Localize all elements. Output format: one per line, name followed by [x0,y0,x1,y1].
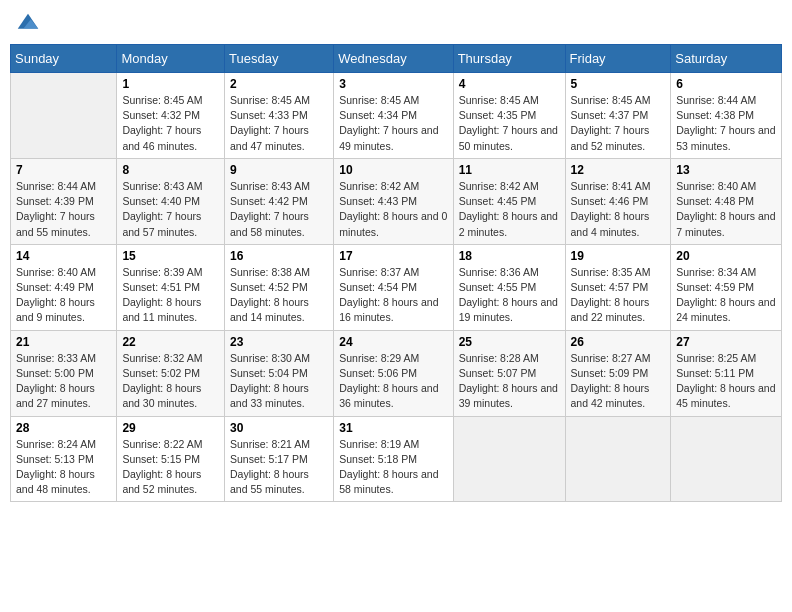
sunrise-label: Sunrise: 8:35 AM [571,266,651,278]
day-number: 23 [230,335,328,349]
sunset-label: Sunset: 5:04 PM [230,367,308,379]
sunrise-label: Sunrise: 8:44 AM [16,180,96,192]
sunset-label: Sunset: 5:18 PM [339,453,417,465]
logo [14,10,44,38]
daylight-label: Daylight: 7 hours and 55 minutes. [16,210,95,237]
calendar-cell: 1 Sunrise: 8:45 AM Sunset: 4:32 PM Dayli… [117,73,225,159]
day-number: 28 [16,421,111,435]
calendar-cell: 5 Sunrise: 8:45 AM Sunset: 4:37 PM Dayli… [565,73,671,159]
cell-info: Sunrise: 8:42 AM Sunset: 4:45 PM Dayligh… [459,179,560,240]
sunset-label: Sunset: 5:09 PM [571,367,649,379]
day-number: 2 [230,77,328,91]
calendar-cell: 15 Sunrise: 8:39 AM Sunset: 4:51 PM Dayl… [117,244,225,330]
day-number: 6 [676,77,776,91]
daylight-label: Daylight: 8 hours and 30 minutes. [122,382,201,409]
calendar-cell: 20 Sunrise: 8:34 AM Sunset: 4:59 PM Dayl… [671,244,782,330]
daylight-label: Daylight: 7 hours and 57 minutes. [122,210,201,237]
daylight-label: Daylight: 7 hours and 52 minutes. [571,124,650,151]
sunrise-label: Sunrise: 8:45 AM [339,94,419,106]
calendar-cell: 10 Sunrise: 8:42 AM Sunset: 4:43 PM Dayl… [334,158,453,244]
calendar-cell [11,73,117,159]
day-number: 9 [230,163,328,177]
weekday-header-thursday: Thursday [453,45,565,73]
sunrise-label: Sunrise: 8:29 AM [339,352,419,364]
sunrise-label: Sunrise: 8:24 AM [16,438,96,450]
cell-info: Sunrise: 8:40 AM Sunset: 4:48 PM Dayligh… [676,179,776,240]
sunrise-label: Sunrise: 8:45 AM [571,94,651,106]
calendar-cell: 11 Sunrise: 8:42 AM Sunset: 4:45 PM Dayl… [453,158,565,244]
sunset-label: Sunset: 5:15 PM [122,453,200,465]
cell-info: Sunrise: 8:44 AM Sunset: 4:38 PM Dayligh… [676,93,776,154]
daylight-label: Daylight: 8 hours and 33 minutes. [230,382,309,409]
cell-info: Sunrise: 8:33 AM Sunset: 5:00 PM Dayligh… [16,351,111,412]
day-number: 3 [339,77,447,91]
calendar-cell: 12 Sunrise: 8:41 AM Sunset: 4:46 PM Dayl… [565,158,671,244]
logo-icon [14,10,42,38]
daylight-label: Daylight: 8 hours and 11 minutes. [122,296,201,323]
sunrise-label: Sunrise: 8:45 AM [122,94,202,106]
daylight-label: Daylight: 8 hours and 4 minutes. [571,210,650,237]
calendar-cell: 17 Sunrise: 8:37 AM Sunset: 4:54 PM Dayl… [334,244,453,330]
cell-info: Sunrise: 8:45 AM Sunset: 4:32 PM Dayligh… [122,93,219,154]
cell-info: Sunrise: 8:43 AM Sunset: 4:42 PM Dayligh… [230,179,328,240]
sunset-label: Sunset: 4:57 PM [571,281,649,293]
sunset-label: Sunset: 5:11 PM [676,367,754,379]
daylight-label: Daylight: 7 hours and 58 minutes. [230,210,309,237]
calendar-cell [453,416,565,502]
calendar-week-row: 21 Sunrise: 8:33 AM Sunset: 5:00 PM Dayl… [11,330,782,416]
cell-info: Sunrise: 8:24 AM Sunset: 5:13 PM Dayligh… [16,437,111,498]
weekday-header-saturday: Saturday [671,45,782,73]
sunrise-label: Sunrise: 8:45 AM [459,94,539,106]
sunrise-label: Sunrise: 8:37 AM [339,266,419,278]
daylight-label: Daylight: 8 hours and 2 minutes. [459,210,558,237]
daylight-label: Daylight: 8 hours and 22 minutes. [571,296,650,323]
day-number: 31 [339,421,447,435]
cell-info: Sunrise: 8:38 AM Sunset: 4:52 PM Dayligh… [230,265,328,326]
day-number: 7 [16,163,111,177]
sunset-label: Sunset: 4:49 PM [16,281,94,293]
daylight-label: Daylight: 8 hours and 9 minutes. [16,296,95,323]
calendar-table: SundayMondayTuesdayWednesdayThursdayFrid… [10,44,782,502]
sunrise-label: Sunrise: 8:30 AM [230,352,310,364]
cell-info: Sunrise: 8:34 AM Sunset: 4:59 PM Dayligh… [676,265,776,326]
day-number: 16 [230,249,328,263]
daylight-label: Daylight: 8 hours and 16 minutes. [339,296,438,323]
sunset-label: Sunset: 4:45 PM [459,195,537,207]
cell-info: Sunrise: 8:28 AM Sunset: 5:07 PM Dayligh… [459,351,560,412]
sunrise-label: Sunrise: 8:28 AM [459,352,539,364]
calendar-cell: 13 Sunrise: 8:40 AM Sunset: 4:48 PM Dayl… [671,158,782,244]
cell-info: Sunrise: 8:39 AM Sunset: 4:51 PM Dayligh… [122,265,219,326]
calendar-header-row: SundayMondayTuesdayWednesdayThursdayFrid… [11,45,782,73]
calendar-cell: 25 Sunrise: 8:28 AM Sunset: 5:07 PM Dayl… [453,330,565,416]
sunset-label: Sunset: 4:32 PM [122,109,200,121]
calendar-cell: 2 Sunrise: 8:45 AM Sunset: 4:33 PM Dayli… [225,73,334,159]
daylight-label: Daylight: 8 hours and 0 minutes. [339,210,447,237]
day-number: 18 [459,249,560,263]
sunrise-label: Sunrise: 8:27 AM [571,352,651,364]
sunrise-label: Sunrise: 8:22 AM [122,438,202,450]
page-header [10,10,782,38]
daylight-label: Daylight: 8 hours and 45 minutes. [676,382,775,409]
day-number: 11 [459,163,560,177]
sunset-label: Sunset: 5:13 PM [16,453,94,465]
daylight-label: Daylight: 8 hours and 36 minutes. [339,382,438,409]
day-number: 12 [571,163,666,177]
sunset-label: Sunset: 4:43 PM [339,195,417,207]
cell-info: Sunrise: 8:44 AM Sunset: 4:39 PM Dayligh… [16,179,111,240]
sunset-label: Sunset: 4:52 PM [230,281,308,293]
cell-info: Sunrise: 8:27 AM Sunset: 5:09 PM Dayligh… [571,351,666,412]
sunrise-label: Sunrise: 8:19 AM [339,438,419,450]
calendar-week-row: 7 Sunrise: 8:44 AM Sunset: 4:39 PM Dayli… [11,158,782,244]
sunset-label: Sunset: 4:48 PM [676,195,754,207]
day-number: 15 [122,249,219,263]
calendar-cell: 29 Sunrise: 8:22 AM Sunset: 5:15 PM Dayl… [117,416,225,502]
day-number: 8 [122,163,219,177]
sunrise-label: Sunrise: 8:43 AM [122,180,202,192]
sunrise-label: Sunrise: 8:40 AM [16,266,96,278]
cell-info: Sunrise: 8:32 AM Sunset: 5:02 PM Dayligh… [122,351,219,412]
calendar-cell: 9 Sunrise: 8:43 AM Sunset: 4:42 PM Dayli… [225,158,334,244]
day-number: 19 [571,249,666,263]
sunrise-label: Sunrise: 8:43 AM [230,180,310,192]
sunrise-label: Sunrise: 8:25 AM [676,352,756,364]
weekday-header-friday: Friday [565,45,671,73]
